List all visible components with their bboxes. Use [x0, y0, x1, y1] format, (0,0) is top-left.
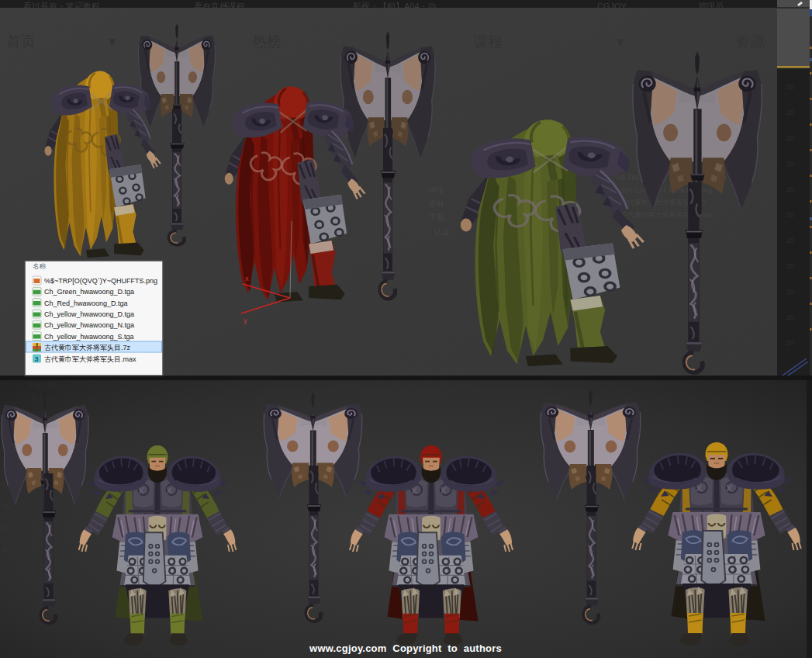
svg-text:(F): (F): [2, 546, 11, 554]
svg-text:(E): (E): [2, 525, 11, 532]
svg-text:影视・【初】A04・动: 影视・【初】A04・动: [353, 2, 437, 11]
svg-text:素材: 素材: [429, 199, 444, 208]
svg-text:www.cgjoy.com Copyright to aut: www.cgjoy.com Copyright to authors: [309, 642, 502, 654]
svg-text:20: 20: [786, 339, 794, 347]
svg-text:看过最新・笔记教程: 看过最新・笔记教程: [23, 2, 100, 11]
svg-text:20: 20: [786, 211, 794, 219]
svg-text:20: 20: [786, 109, 794, 116]
svg-text:Ch_Red_hwawoong_D.tga: Ch_Red_hwawoong_D.tga: [44, 300, 128, 307]
svg-text:古代黄巾军大斧将军头目.max: 古代黄巾军大斧将军头目.max: [44, 355, 136, 363]
svg-text:Ch_yellow_hwawoong_S.tga: Ch_yellow_hwawoong_S.tga: [44, 333, 134, 341]
svg-text:下载: 下载: [429, 213, 444, 222]
svg-text:▾: ▾: [109, 33, 116, 50]
svg-text:20: 20: [786, 237, 794, 244]
svg-text:Ch_Green_hwawoong_D.tga: Ch_Green_hwawoong_D.tga: [44, 288, 134, 296]
svg-text:资源: 资源: [735, 33, 765, 50]
svg-text:%$~TRP[O(QVQ`)Y~QHUFFTS.png: %$~TRP[O(QVQ`)Y~QHUFFTS.png: [44, 277, 157, 285]
svg-text:20: 20: [786, 313, 794, 321]
svg-text:20: 20: [786, 288, 794, 296]
svg-text:y: y: [244, 317, 247, 324]
svg-text:Ch_yellow_hwawoong_N.tga: Ch_yellow_hwawoong_N.tga: [44, 321, 134, 329]
svg-text:Panoma: Panoma: [29, 381, 59, 390]
svg-text:20: 20: [786, 160, 794, 168]
svg-text:要在直播课程: 要在直播课程: [194, 2, 245, 11]
svg-text:3: 3: [35, 355, 39, 363]
svg-text:20: 20: [786, 262, 794, 270]
svg-text:CGJOY: CGJOY: [597, 2, 627, 11]
svg-text:热榜: 热榜: [252, 33, 282, 50]
svg-text:x: x: [245, 275, 249, 282]
svg-text:20: 20: [786, 134, 794, 142]
svg-text:课程: 课程: [473, 33, 503, 50]
svg-text:20: 20: [786, 83, 794, 91]
svg-text:B I U: B I U: [31, 393, 52, 404]
svg-text:▾: ▾: [617, 33, 624, 50]
svg-text:管理员: 管理员: [698, 2, 724, 11]
svg-text:(D): (D): [2, 503, 12, 511]
svg-text:首页: 首页: [6, 33, 36, 50]
svg-text:谈论: 谈论: [429, 185, 444, 194]
svg-text:Ch_yellow_hwawoong_D.tga: Ch_yellow_hwawoong_D.tga: [44, 310, 134, 318]
svg-text:20: 20: [786, 185, 794, 193]
svg-text:名称: 名称: [33, 262, 47, 270]
svg-text:认证: 认证: [434, 227, 450, 236]
svg-text:古代黄巾军大斧将军头目.7z: 古代黄巾军大斧将军头目.7z: [44, 344, 131, 352]
